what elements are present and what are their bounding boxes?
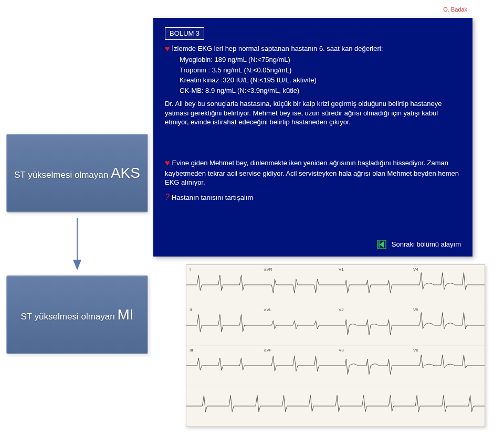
- value-ckmb: CK-MB: 8.9 ng/mL (N:<3.9ng/mL, kütle): [165, 86, 461, 95]
- intro-block: ♥İzlemde EKG leri hep normal saptanan ha…: [165, 43, 461, 95]
- value-ck: Kreatin kinaz :320 IU/L (N:<195 IU/L, ak…: [165, 76, 461, 85]
- ecg-trace: [410, 265, 485, 305]
- svg-rect-4: [379, 241, 380, 248]
- ecg-trace: [261, 346, 335, 386]
- mi-big: MI: [117, 306, 133, 323]
- heart-icon: ♥: [165, 158, 170, 167]
- mi-box: ST yükselmesi olmayan MI: [6, 275, 148, 354]
- ecg-rhythm-trace: [186, 386, 485, 426]
- ecg-trace: [410, 346, 485, 386]
- nav-row: Sonraki bölümü alayım: [377, 240, 461, 249]
- ecg-trace: [335, 305, 410, 345]
- question-line: ?Hastanın tanısını tartışalım: [165, 191, 461, 203]
- down-arrow-icon: [72, 218, 82, 270]
- prev-section-icon[interactable]: [377, 240, 386, 249]
- nav-next-link[interactable]: Sonraki bölümü alayım: [392, 240, 461, 249]
- slide-panel: BOLUM 3 ♥İzlemde EKG leri hep normal sap…: [153, 18, 472, 257]
- para1-block: Dr. Ali bey bu sonuçlarla hastasına, küç…: [165, 99, 461, 127]
- ecg-lead-label: aVL: [264, 307, 271, 312]
- para2-text: ♥Evine giden Mehmet bey, dinlenmekte ike…: [165, 157, 461, 187]
- ecg-lead-label: III: [190, 348, 193, 353]
- mi-prefix: ST yükselmesi olmayan: [20, 312, 117, 322]
- ecg-lead-label: V4: [413, 267, 418, 272]
- ecg-lead-label: V1: [339, 267, 344, 272]
- heart-icon: ♥: [165, 44, 170, 53]
- value-trop: Troponin : 3.5 ng/mL (N:<0.05ng/mL): [165, 66, 461, 75]
- ecg-lead-label: V2: [339, 307, 344, 312]
- ecg-trace: [335, 346, 410, 386]
- ecg-lead-label: aVR: [264, 267, 272, 272]
- ecg-lead-label: II: [190, 307, 192, 312]
- ecg-lead-label: aVF: [264, 348, 272, 353]
- aks-big: AKS: [111, 165, 140, 181]
- ecg-trace: [186, 305, 261, 345]
- svg-marker-1: [73, 260, 81, 270]
- ecg-trace: [186, 346, 261, 386]
- value-myo: Myoglobin: 189 ng/mL (N:<75ng/mL): [165, 55, 461, 65]
- left-column: ST yükselmesi olmayan AKS ST yükselmesi …: [6, 134, 148, 354]
- section-label: BOLUM 3: [165, 27, 204, 40]
- ecg-trace: [410, 305, 485, 345]
- aks-box-text: ST yükselmesi olmayan AKS: [14, 165, 140, 182]
- question-mark-icon: ?: [165, 193, 170, 201]
- mi-box-text: ST yükselmesi olmayan MI: [20, 306, 133, 323]
- aks-box: ST yükselmesi olmayan AKS: [6, 134, 148, 212]
- para1-text: Dr. Ali bey bu sonuçlarla hastasına, küç…: [165, 99, 461, 127]
- para2-block: ♥Evine giden Mehmet bey, dinlenmekte ike…: [165, 157, 461, 187]
- para2-body: Evine giden Mehmet bey, dinlenmekte iken…: [165, 159, 459, 186]
- svg-marker-3: [380, 241, 384, 248]
- question-block: ?Hastanın tanısını tartışalım: [165, 191, 461, 203]
- arrow-container: [6, 212, 148, 275]
- question-text: Hastanın tanısını tartışalım: [172, 194, 253, 201]
- ecg-lead-label: I: [190, 267, 191, 272]
- author-credit: Ö. Badak: [443, 6, 467, 13]
- ecg-lead-label: V6: [413, 348, 418, 353]
- aks-prefix: ST yükselmesi olmayan: [14, 170, 111, 180]
- ecg-trace: [261, 305, 335, 345]
- ecg-lead-label: V5: [413, 307, 418, 312]
- intro-line: ♥İzlemde EKG leri hep normal saptanan ha…: [165, 43, 461, 55]
- ecg-lead-label: V3: [339, 348, 344, 353]
- ecg-trace: [335, 265, 410, 305]
- intro-text: İzlemde EKG leri hep normal saptanan has…: [172, 45, 383, 52]
- ecg-strip: I aVR V1 V4 II aVL V2 V5 III aVF V3 V6: [186, 264, 485, 427]
- ecg-trace: [186, 265, 261, 305]
